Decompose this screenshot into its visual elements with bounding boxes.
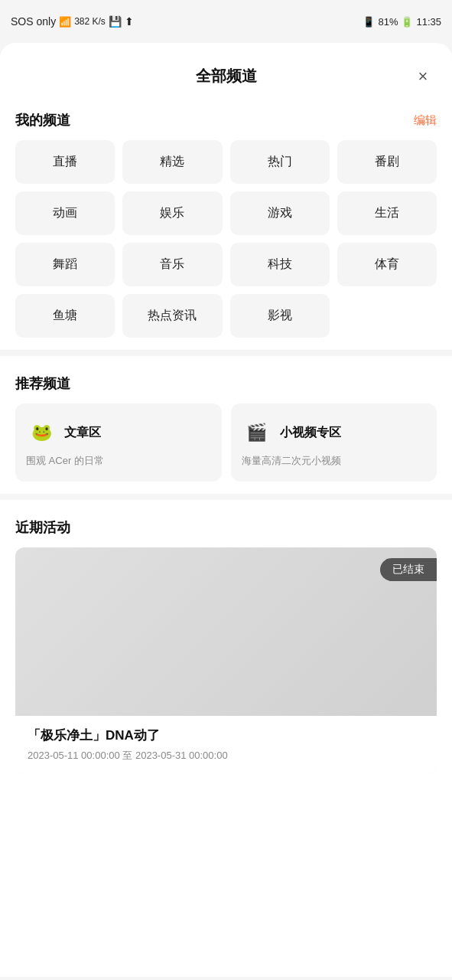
activity-badge: 已结束 [380,558,437,581]
channel-item[interactable]: 生活 [337,191,437,235]
recommend-icon: 🎬 [242,417,272,448]
my-channels-title: 我的频道 [15,111,70,129]
activity-info: 「极乐净土」DNA动了 2023-05-11 00:00:00 至 2023-0… [15,716,437,773]
channel-item[interactable]: 影视 [230,294,330,338]
battery-text: 81% [378,16,398,28]
edit-button[interactable]: 编辑 [414,113,437,128]
signal-icon: 📶 [59,16,71,28]
recommend-name: 小视频专区 [280,425,341,441]
channel-item[interactable]: 热点资讯 [122,294,222,338]
close-button[interactable]: × [409,63,437,90]
time-text: 11:35 [416,16,441,28]
channel-item[interactable]: 娱乐 [122,191,222,235]
recommend-card[interactable]: 🐸文章区围观 ACer 的日常 [15,403,222,482]
status-left: SOS only 📶 382 K/s 💾 ⬆ [11,15,134,28]
divider-2 [0,494,452,500]
channel-item[interactable]: 舞蹈 [15,243,115,286]
my-channels-header: 我的频道 编辑 [15,111,437,129]
storage-icon: 💾 [109,15,122,28]
page-title: 全部频道 [196,66,257,87]
page-header: 全部频道 × [0,43,452,99]
channel-item[interactable]: 鱼塘 [15,294,115,338]
recommend-name: 文章区 [64,425,101,441]
status-bar: SOS only 📶 382 K/s 💾 ⬆ 📱 81% 🔋 11:35 [0,0,452,43]
activity-card[interactable]: 已结束 「极乐净土」DNA动了 2023-05-11 00:00:00 至 20… [15,547,437,773]
channel-item[interactable]: 番剧 [337,140,437,184]
recommend-icon: 🐸 [26,417,57,448]
recommended-section: 推荐频道 🐸文章区围观 ACer 的日常🎬小视频专区海量高清二次元小视频 [0,362,452,488]
battery-icon: 🔋 [401,16,413,28]
channel-grid: 直播精选热门番剧动画娱乐游戏生活舞蹈音乐科技体育鱼塘热点资讯影视 [15,140,437,338]
recent-activity-title: 近期活动 [15,518,70,537]
channel-item[interactable]: 精选 [122,140,222,184]
recent-activity-section: 近期活动 已结束 「极乐净土」DNA动了 2023-05-11 00:00:00… [0,506,452,773]
channel-item[interactable]: 科技 [230,243,330,286]
channel-item[interactable]: 动画 [15,191,115,235]
recent-activity-header: 近期活动 [15,518,437,537]
main-content: 全部频道 × 我的频道 编辑 直播精选热门番剧动画娱乐游戏生活舞蹈音乐科技体育鱼… [0,43,452,977]
channel-item[interactable]: 直播 [15,140,115,184]
recommend-grid: 🐸文章区围观 ACer 的日常🎬小视频专区海量高清二次元小视频 [15,403,437,482]
channel-item[interactable]: 热门 [230,140,330,184]
recommended-title: 推荐频道 [15,374,70,393]
channel-item[interactable]: 体育 [337,243,437,286]
my-channels-section: 我的频道 编辑 直播精选热门番剧动画娱乐游戏生活舞蹈音乐科技体育鱼塘热点资讯影视 [0,99,452,344]
upload-icon: ⬆ [125,15,134,28]
divider-1 [0,350,452,356]
recommend-card[interactable]: 🎬小视频专区海量高清二次元小视频 [231,403,437,482]
activity-title: 「极乐净土」DNA动了 [28,727,424,744]
activity-image [15,547,437,716]
speed-text: 382 K/s [74,16,106,27]
phone-icon: 📱 [363,16,375,28]
sos-text: SOS only [11,15,56,28]
recommend-desc: 海量高清二次元小视频 [242,454,427,468]
recommended-header: 推荐频道 [15,374,437,393]
activity-date: 2023-05-11 00:00:00 至 2023-05-31 00:00:0… [28,749,424,763]
status-right: 📱 81% 🔋 11:35 [363,16,441,28]
channel-item[interactable]: 游戏 [230,191,330,235]
channel-item[interactable]: 音乐 [122,243,222,286]
recommend-desc: 围观 ACer 的日常 [26,454,211,468]
